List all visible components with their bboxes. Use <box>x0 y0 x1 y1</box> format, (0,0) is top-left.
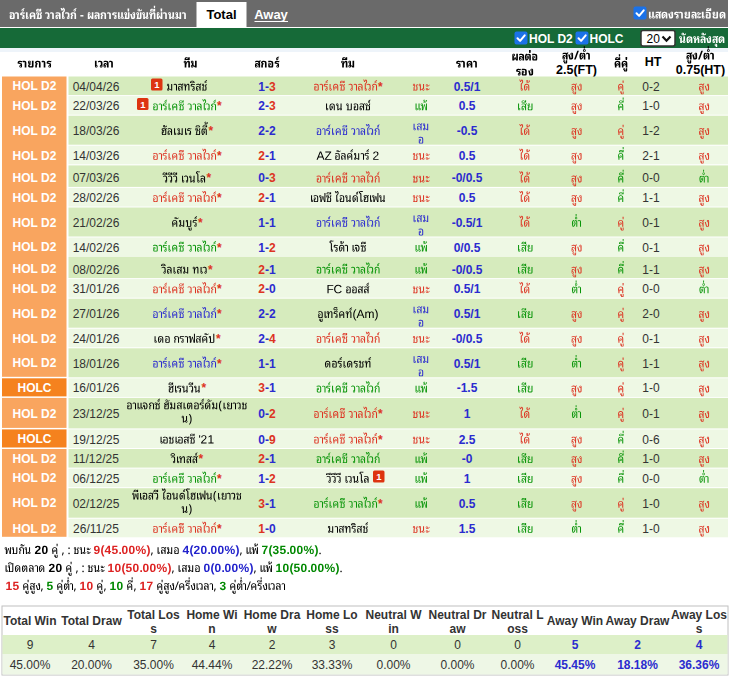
svg-text:*: * <box>378 497 383 511</box>
svg-text:0.00%: 0.00% <box>500 658 534 672</box>
svg-text:n: n <box>208 622 215 636</box>
svg-text:2-2: 2-2 <box>258 307 276 321</box>
svg-text:2-1: 2-1 <box>258 452 276 466</box>
svg-text:2: 2 <box>634 638 641 652</box>
svg-text:08/02/26: 08/02/26 <box>73 263 120 277</box>
svg-text:1-1: 1-1 <box>642 263 660 277</box>
svg-text:-0/0.5: -0/0.5 <box>452 332 483 346</box>
svg-text:33.33%: 33.33% <box>312 658 353 672</box>
svg-text:Neutral Dr: Neutral Dr <box>428 608 486 622</box>
svg-text:*: * <box>199 452 204 466</box>
svg-text:18/03/26: 18/03/26 <box>73 124 120 138</box>
svg-text:Away: Away <box>254 7 288 22</box>
svg-text:w: w <box>266 622 277 636</box>
svg-text:Total: Total <box>206 7 236 22</box>
svg-text:HOLC: HOLC <box>590 32 624 46</box>
svg-text:0.5: 0.5 <box>459 191 476 205</box>
svg-text:1.5: 1.5 <box>459 522 476 536</box>
svg-text:0.5: 0.5 <box>459 99 476 113</box>
svg-text:23/12/25: 23/12/25 <box>73 407 120 421</box>
svg-text:35.00%: 35.00% <box>133 658 174 672</box>
svg-text:*: * <box>217 357 222 371</box>
svg-text:5: 5 <box>572 638 579 652</box>
svg-text:0: 0 <box>514 638 521 652</box>
svg-text:1-0: 1-0 <box>642 497 660 511</box>
svg-text:*: * <box>217 282 222 296</box>
svg-text:1: 1 <box>464 407 471 421</box>
svg-text:*: * <box>209 124 214 138</box>
svg-text:3-1: 3-1 <box>258 381 276 395</box>
svg-text:aw: aw <box>449 622 466 636</box>
svg-text:22.22%: 22.22% <box>252 658 293 672</box>
svg-text:0-3: 0-3 <box>258 171 276 185</box>
svg-text:ss: ss <box>325 622 339 636</box>
svg-text:0-2: 0-2 <box>642 80 660 94</box>
svg-text:*: * <box>216 332 221 346</box>
svg-text:1: 1 <box>140 99 146 110</box>
svg-text:0-0: 0-0 <box>642 472 660 486</box>
svg-text:1-2: 1-2 <box>258 241 276 255</box>
svg-text:0.5/1: 0.5/1 <box>454 307 481 321</box>
svg-text:2-4: 2-4 <box>258 332 276 346</box>
svg-text:HOL D2: HOL D2 <box>13 79 57 93</box>
svg-text:24/01/26: 24/01/26 <box>73 332 120 346</box>
svg-text:Away Win: Away Win <box>547 614 603 628</box>
svg-text:Away Draw: Away Draw <box>606 614 670 628</box>
svg-text:*: * <box>378 433 383 447</box>
svg-text:HOL D2: HOL D2 <box>13 282 57 296</box>
svg-text:0: 0 <box>390 638 397 652</box>
svg-text:18.18%: 18.18% <box>617 658 658 672</box>
svg-text:Neutral L: Neutral L <box>491 608 543 622</box>
svg-text:HOL D2: HOL D2 <box>13 332 57 346</box>
svg-text:11/12/25: 11/12/25 <box>73 452 119 466</box>
svg-text:21/02/26: 21/02/26 <box>73 216 120 230</box>
svg-text:3: 3 <box>329 638 336 652</box>
svg-text:Total Win: Total Win <box>4 614 57 628</box>
svg-text:2-0: 2-0 <box>258 282 276 296</box>
svg-text:0-1: 0-1 <box>642 216 660 230</box>
svg-text:HOLC: HOLC <box>18 381 52 395</box>
svg-text:28/02/26: 28/02/26 <box>73 191 120 205</box>
svg-text:02/12/25: 02/12/25 <box>73 497 120 511</box>
svg-text:2-3: 2-3 <box>258 99 276 113</box>
svg-text:HOL D2: HOL D2 <box>13 191 57 205</box>
svg-text:44.44%: 44.44% <box>192 658 233 672</box>
svg-text:*: * <box>208 263 213 277</box>
svg-text:HOL D2: HOL D2 <box>13 356 57 370</box>
svg-text:*: * <box>378 80 383 94</box>
svg-text:0-1: 0-1 <box>642 407 660 421</box>
svg-text:1-2: 1-2 <box>642 124 660 138</box>
svg-text:*: * <box>217 241 222 255</box>
svg-text:0.5/1: 0.5/1 <box>454 357 481 371</box>
svg-text:Home Lo: Home Lo <box>306 608 357 622</box>
svg-text:2-0: 2-0 <box>642 307 660 321</box>
svg-text:14/03/26: 14/03/26 <box>73 149 120 163</box>
svg-text:26/11/25: 26/11/25 <box>73 522 119 536</box>
svg-text:1-0: 1-0 <box>642 381 660 395</box>
svg-text:HOL D2: HOL D2 <box>13 171 57 185</box>
svg-text:2: 2 <box>269 638 276 652</box>
svg-text:36.36%: 36.36% <box>679 658 720 672</box>
svg-text:0: 0 <box>454 638 461 652</box>
svg-text:HOL D2: HOL D2 <box>13 471 57 485</box>
svg-text:1-1: 1-1 <box>642 191 660 205</box>
svg-text:*: * <box>217 99 222 113</box>
svg-text:0.00%: 0.00% <box>376 658 410 672</box>
svg-text:0-2: 0-2 <box>258 407 276 421</box>
svg-text:7: 7 <box>150 638 157 652</box>
svg-text:19/12/25: 19/12/25 <box>73 433 120 447</box>
svg-text:1: 1 <box>154 79 160 90</box>
svg-text:s: s <box>150 622 157 636</box>
svg-text:0.5: 0.5 <box>459 497 476 511</box>
svg-text:1-1: 1-1 <box>258 216 276 230</box>
svg-text:22/03/26: 22/03/26 <box>73 99 120 113</box>
svg-text:HOL D2: HOL D2 <box>13 99 57 113</box>
svg-text:*: * <box>198 216 203 230</box>
svg-text:s: s <box>696 622 703 636</box>
svg-text:*: * <box>217 522 222 536</box>
svg-text:Home Dra: Home Dra <box>244 608 301 622</box>
svg-text:0.5: 0.5 <box>459 149 476 163</box>
svg-text:Total Draw: Total Draw <box>61 614 122 628</box>
svg-text:2.5: 2.5 <box>459 433 476 447</box>
svg-text:1-2: 1-2 <box>258 472 276 486</box>
